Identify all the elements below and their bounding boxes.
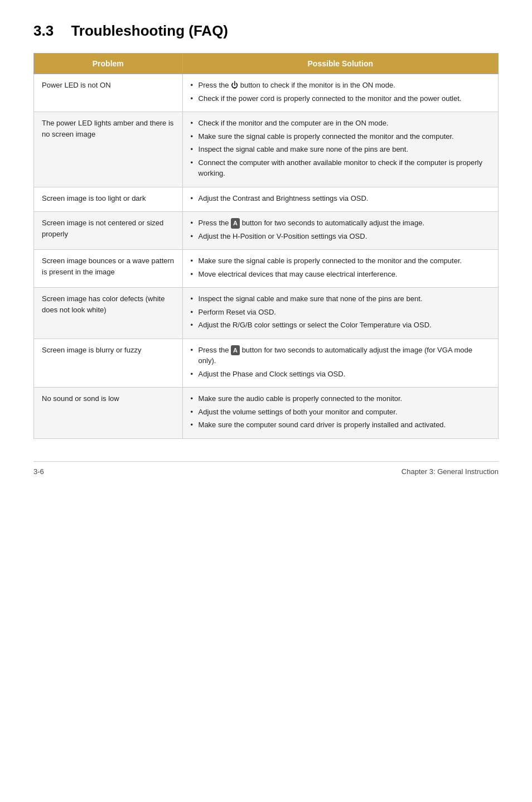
solution-header: Possible Solution — [182, 54, 498, 74]
solution-item: Adjust the R/G/B color settings or selec… — [191, 320, 490, 331]
problem-cell: Screen image is not centered or sized pr… — [34, 212, 183, 250]
problem-cell: Screen image is too light or dark — [34, 187, 183, 212]
table-row: No sound or sond is lowMake sure the aud… — [34, 388, 499, 439]
power-icon: ⏻ — [231, 80, 238, 91]
solution-cell: Press the ⏻ button to check if the monit… — [182, 74, 498, 112]
section-title: 3.3 Troubleshooting (FAQ) — [33, 22, 499, 40]
table-row: Screen image is too light or darkAdjust … — [34, 187, 499, 212]
solution-item: Check if the monitor and the computer ar… — [191, 118, 490, 129]
solution-cell: Inspect the signal cable and make sure t… — [182, 288, 498, 339]
solution-item: Adjust the Contrast and Brightness setti… — [191, 193, 490, 204]
auto-button-icon: A — [231, 218, 240, 229]
problem-header: Problem — [34, 54, 183, 74]
solution-item: Inspect the signal cable and make sure t… — [191, 293, 490, 305]
chapter-label: Chapter 3: General Instruction — [402, 467, 499, 476]
problem-cell: Screen image bounces or a wave pattern i… — [34, 250, 183, 288]
solution-item: Make sure the signal cable is properly c… — [191, 131, 490, 142]
page-footer: 3-6 Chapter 3: General Instruction — [33, 461, 499, 476]
table-row: Screen image bounces or a wave pattern i… — [34, 250, 499, 288]
solution-cell: Press the A button for two seconds to au… — [182, 339, 498, 388]
solution-item: Inspect the signal cable and make sure n… — [191, 144, 490, 155]
solution-item: Press the ⏻ button to check if the monit… — [191, 80, 490, 91]
section-heading: Troubleshooting (FAQ) — [71, 22, 228, 39]
solution-item: Adjust the volume settings of both your … — [191, 407, 490, 418]
page-number: 3-6 — [33, 467, 44, 476]
auto-button-icon: A — [231, 345, 240, 356]
solution-item: Press the A button for two seconds to au… — [191, 345, 490, 366]
solution-item: Adjust the H-Position or V-Position sett… — [191, 231, 490, 242]
problem-cell: No sound or sond is low — [34, 388, 183, 439]
solution-item: Perform Reset via OSD. — [191, 307, 490, 318]
table-row: Screen image is not centered or sized pr… — [34, 212, 499, 250]
problem-cell: The power LED lights amber and there is … — [34, 112, 183, 187]
section-number: 3.3 — [33, 22, 54, 39]
table-row: The power LED lights amber and there is … — [34, 112, 499, 187]
solution-cell: Press the A button for two seconds to au… — [182, 212, 498, 250]
solution-item: Adjust the Phase and Clock settings via … — [191, 369, 490, 380]
problem-cell: Screen image has color defects (white do… — [34, 288, 183, 339]
problem-cell: Screen image is blurry or fuzzy — [34, 339, 183, 388]
solution-item: Check if the power cord is properly conn… — [191, 93, 490, 104]
solution-cell: Make sure the signal cable is properly c… — [182, 250, 498, 288]
table-row: Power LED is not ONPress the ⏻ button to… — [34, 74, 499, 112]
solution-cell: Check if the monitor and the computer ar… — [182, 112, 498, 187]
solution-cell: Make sure the audio cable is properly co… — [182, 388, 498, 439]
solution-item: Press the A button for two seconds to au… — [191, 218, 490, 229]
solution-item: Make sure the computer sound card driver… — [191, 419, 490, 431]
solution-item: Connect the computer with another availa… — [191, 157, 490, 179]
table-row: Screen image is blurry or fuzzyPress the… — [34, 339, 499, 388]
solution-item: Make sure the signal cable is properly c… — [191, 255, 490, 267]
solution-item: Make sure the audio cable is properly co… — [191, 393, 490, 404]
faq-table: Problem Possible Solution Power LED is n… — [33, 53, 499, 439]
table-row: Screen image has color defects (white do… — [34, 288, 499, 339]
problem-cell: Power LED is not ON — [34, 74, 183, 112]
solution-cell: Adjust the Contrast and Brightness setti… — [182, 187, 498, 212]
solution-item: Move electrical devices that may cause e… — [191, 269, 490, 280]
